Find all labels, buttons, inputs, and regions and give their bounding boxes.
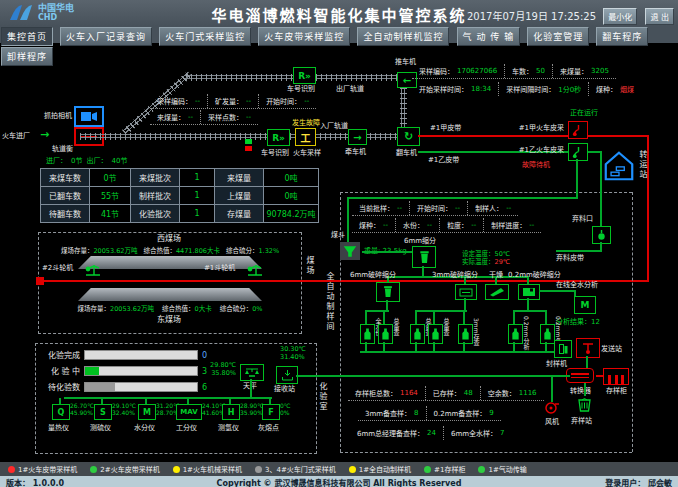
belt-sampler-b-icon[interactable] [568, 143, 588, 161]
receive-station-icon[interactable] [276, 366, 298, 384]
bar3-label: 待化验数 [44, 383, 80, 392]
exit-button[interactable]: 退 出 [645, 8, 674, 25]
west-yard-label: 西煤场 [38, 234, 300, 243]
info-cell: 采样间隔时间：1分0秒 [499, 82, 589, 96]
balance-icon[interactable] [240, 364, 264, 381]
train-sampler-icon[interactable]: 工 [295, 128, 316, 146]
proximate-analyzer-icon[interactable]: MAV [176, 404, 202, 420]
ash-fusion-label: 灰熔点 [258, 424, 279, 432]
sample-bottle[interactable] [360, 324, 375, 344]
minimize-button[interactable]: 最小化 [603, 8, 637, 25]
analysis-result: 分析结果：12 [556, 316, 600, 326]
hydrogen-analyzer-icon[interactable]: H [222, 404, 240, 420]
sealer-icon[interactable] [554, 340, 572, 358]
instrument-temps: 26.70℃45.90% [70, 402, 94, 416]
tab-gantry-sampling[interactable]: 火车门式采样监控 [159, 27, 251, 46]
fan-icon[interactable] [543, 400, 560, 415]
signal-green [245, 139, 252, 144]
train-in-label: 火车进厂 [2, 132, 30, 140]
splitter6-icon[interactable] [412, 246, 436, 268]
storage-cabinet-icon[interactable] [603, 368, 629, 385]
bottle-label: 3mm存查 [472, 318, 480, 346]
collector-drop [383, 342, 385, 351]
info-cell: 煤种：烟煤 [589, 82, 641, 96]
dryer-label: 干燥 [489, 271, 503, 279]
moisture-analyzer-icon[interactable]: M [574, 296, 596, 314]
rfid-bottom-icon[interactable]: R» [267, 129, 290, 146]
car-dumper-icon[interactable]: ↻ [397, 127, 420, 146]
converter-icon[interactable] [566, 368, 594, 383]
moisture-meter-icon[interactable]: M [138, 404, 156, 420]
car-dumper-label: 翻车机 [396, 149, 417, 157]
transfer-station-icon[interactable] [604, 150, 634, 182]
tab-belt-sampling[interactable]: 火车皮带采样监控 [258, 27, 350, 46]
stacker2-icon[interactable] [84, 260, 102, 277]
info-cell: 水份：-- [396, 218, 440, 232]
crusher3-icon[interactable] [455, 284, 477, 300]
sample-bottle[interactable] [428, 324, 443, 344]
discard-station-icon[interactable] [577, 396, 592, 413]
dryer-icon[interactable] [485, 284, 509, 300]
branch-line [415, 310, 417, 324]
tab-pneumatic-transfer[interactable]: 气 动 传 输 [457, 27, 521, 46]
capture-camera-icon[interactable] [74, 106, 104, 127]
crusher3-label: 3mm破碎缩分 [432, 271, 478, 279]
stacker1-icon[interactable] [246, 260, 264, 277]
crusher02-icon[interactable] [518, 284, 540, 300]
train-sampler-label: 火车采样 [293, 149, 321, 157]
transfer-station-label: 转运站 [638, 150, 647, 180]
coal-hopper-icon[interactable] [340, 242, 360, 260]
car-id-top-label: 车号识别 [287, 85, 315, 93]
sample-bottle[interactable] [410, 324, 425, 344]
legend-item: 1#气动传输 [478, 464, 526, 474]
branch-line [463, 310, 465, 324]
tab-auto-prep-monitor[interactable]: 全自动制样机监控 [357, 27, 449, 46]
branch-line [383, 310, 385, 324]
tab-train-entry-records[interactable]: 火车入厂记录查询 [60, 27, 152, 46]
status-dot [478, 466, 485, 473]
branch-line [415, 310, 467, 312]
table-row: 已翻车数55节 制样批次1 上煤量0吨 [41, 187, 319, 205]
collector-drop [365, 342, 367, 351]
mid-panel-top-border [340, 192, 632, 193]
sample-bottle[interactable] [378, 324, 393, 344]
sulfur-analyzer-icon[interactable]: S [94, 404, 112, 420]
discard-station-label: 弃样站 [571, 417, 592, 425]
branch-line [513, 310, 515, 324]
send-station-icon[interactable] [576, 338, 600, 358]
branch-line [422, 266, 424, 276]
calorimeter-icon[interactable]: Q [52, 404, 70, 420]
tab-lab-management[interactable]: 化验室管理 [527, 27, 589, 46]
sample-bottle[interactable] [540, 324, 555, 344]
rfid-top-icon[interactable]: R» [293, 67, 316, 84]
balance-temps: 29.80℃35.80% [202, 361, 236, 377]
branch-line [365, 310, 389, 312]
status-dot [349, 466, 356, 473]
ash-fusion-icon[interactable]: F [262, 404, 280, 420]
info-cell: 开始采样时间：18:34 [412, 82, 499, 96]
feed-line-v [576, 159, 578, 198]
belt-sampler-a-icon[interactable] [568, 121, 588, 139]
bar3-value: 6 [202, 383, 207, 392]
car-puller-icon[interactable]: → [348, 129, 367, 145]
tab-home[interactable]: 集控首页 [1, 27, 53, 46]
receive-station-label: 接收站 [274, 385, 295, 393]
sample-bottle[interactable] [458, 324, 473, 344]
track-info-row1: 采样编码：-- 矿发量：-- 开始时间：-- [150, 94, 316, 109]
in-out-count: 进厂： 0节 出厂： 40节 [46, 155, 127, 165]
online-analysis-label: 在线全水分析 [556, 281, 598, 289]
hopper-to-splitter-line [362, 251, 412, 253]
tab-unload-program[interactable]: 卸样程序 [1, 47, 53, 66]
east-coal-pile [78, 288, 262, 301]
sample-bottle[interactable] [508, 324, 523, 344]
out-count-label: 出厂： [86, 155, 107, 165]
crusher6-icon[interactable] [376, 282, 400, 302]
bar3-fill [85, 383, 115, 391]
dumper-track-vertical [400, 87, 407, 129]
status-dot [173, 466, 180, 473]
info-cell: 0.2mm备查样：9 [427, 406, 501, 420]
collector-drop [433, 342, 435, 351]
tab-dumper-program[interactable]: 翻车程序 [596, 27, 648, 46]
yard-belt-end [36, 277, 44, 285]
legend-item: 1#火车皮带采样机 [8, 464, 77, 474]
